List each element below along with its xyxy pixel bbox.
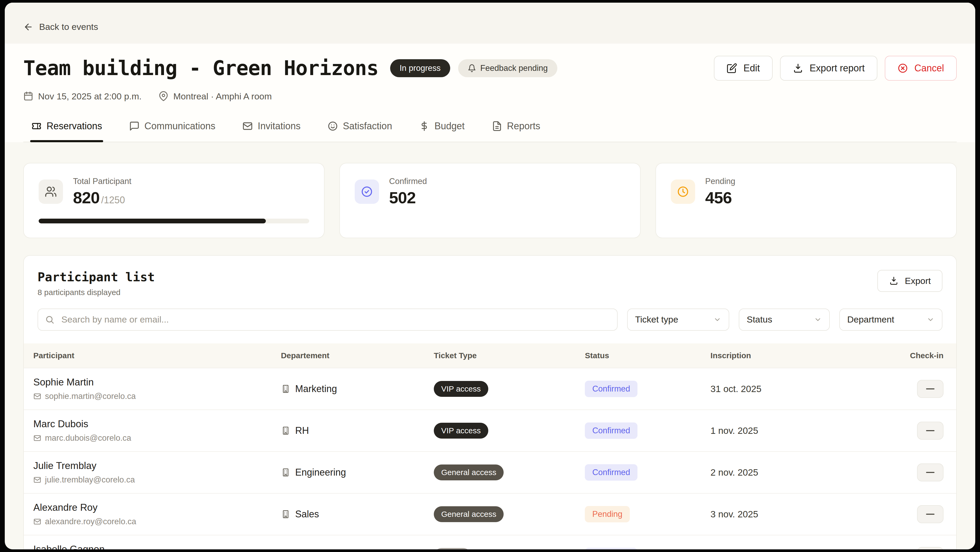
export-button[interactable]: Export: [877, 270, 942, 292]
event-header: Team building - Green Horizons In progre…: [5, 44, 975, 142]
department-filter[interactable]: Department: [839, 309, 942, 331]
stat-value: 502: [389, 188, 415, 207]
stat-card-confirmed: Confirmed 502: [339, 163, 641, 238]
stat-label: Total Participant: [73, 177, 132, 186]
department-value: Marketing: [295, 383, 337, 395]
bell-icon: [468, 64, 476, 73]
stat-card-pending: Pending 456: [655, 163, 957, 238]
cancel-label: Cancel: [915, 63, 944, 74]
export-report-label: Export report: [810, 63, 865, 74]
dollar-icon: [419, 121, 430, 132]
tab-label: Reservations: [46, 121, 102, 132]
col-department: Departement: [281, 351, 434, 360]
download-icon: [889, 276, 899, 286]
table-row: Julie Tremblay julie.tremblay@corelo.ca …: [24, 451, 956, 493]
minus-icon: [926, 514, 934, 515]
col-checkin: Check-in: [910, 351, 943, 360]
participant-name: Marc Dubois: [33, 419, 281, 430]
stat-label: Pending: [705, 177, 735, 186]
building-icon: [281, 509, 290, 519]
checkin-button[interactable]: [917, 463, 943, 481]
filter-label: Status: [747, 314, 772, 325]
x-circle-icon: [897, 63, 908, 73]
stat-total: /1250: [101, 195, 125, 206]
checkin-button[interactable]: [917, 422, 943, 439]
checkin-button[interactable]: [917, 505, 943, 523]
status-badge: Confirmed: [585, 381, 638, 397]
department-value: RH: [295, 425, 309, 436]
edit-pencil-icon: [727, 63, 737, 73]
tab-label: Reports: [507, 121, 540, 132]
table-header: Participant Departement Ticket Type Stat…: [24, 343, 956, 368]
capacity-progress-bar: [39, 219, 309, 224]
badges: In progress Feedback pending: [390, 59, 557, 77]
stat-value: 820: [73, 188, 99, 207]
checkin-button[interactable]: [917, 380, 943, 398]
minus-icon: [926, 472, 934, 473]
filter-label: Ticket type: [635, 314, 678, 325]
ticket-badge: VIP access: [434, 381, 488, 397]
inscription-date: 3 nov. 2025: [711, 509, 862, 519]
tab-budget[interactable]: Budget: [418, 121, 466, 142]
participant-email: alexandre.roy@corelo.ca: [45, 517, 136, 527]
stat-card-total: Total Participant 820 /1250: [23, 163, 325, 238]
participant-list-card: Participant list 8 participants displaye…: [23, 255, 957, 550]
map-pin-icon: [158, 91, 169, 101]
participant-list-title: Participant list: [38, 270, 155, 284]
app-window: Back to events Team building - Green Hor…: [5, 3, 975, 549]
participant-email: julie.tremblay@corelo.ca: [45, 475, 135, 485]
status-badge: Confirmed: [585, 422, 638, 439]
export-label: Export: [905, 276, 931, 286]
tab-communications[interactable]: Communications: [128, 121, 216, 142]
participant-name: Sophie Martin: [33, 377, 281, 388]
participant-name: Alexandre Roy: [33, 502, 281, 513]
tab-reservations[interactable]: Reservations: [30, 121, 103, 142]
edit-label: Edit: [743, 63, 760, 74]
tab-satisfaction[interactable]: Satisfaction: [326, 121, 393, 142]
export-report-button[interactable]: Export report: [780, 56, 877, 81]
department-value: Sales: [295, 509, 319, 520]
envelope-icon: [33, 476, 41, 484]
status-filter[interactable]: Status: [739, 309, 830, 331]
building-icon: [281, 468, 290, 477]
envelope-icon: [33, 392, 41, 400]
topbar: Back to events: [5, 3, 975, 44]
cancel-button[interactable]: Cancel: [885, 56, 957, 81]
check-circle-icon: [355, 179, 379, 204]
department-value: Engineering: [295, 467, 346, 478]
col-status: Status: [585, 351, 711, 360]
clock-icon: [671, 179, 695, 204]
search-input[interactable]: [38, 309, 617, 331]
chat-bubble-icon: [129, 121, 140, 132]
participant-name: Isabelle Gagnon: [33, 544, 281, 550]
back-to-events-link[interactable]: Back to events: [23, 22, 98, 32]
stat-cards: Total Participant 820 /1250 Confirmed: [23, 163, 957, 238]
envelope-icon: [242, 121, 253, 132]
tab-reports[interactable]: Reports: [491, 121, 541, 142]
ticket-type-filter[interactable]: Ticket type: [627, 309, 729, 331]
chevron-down-icon: [713, 316, 721, 324]
col-ticket-type: Ticket Type: [434, 351, 585, 360]
building-icon: [281, 426, 290, 435]
event-location-label: Montreal · Amphi A room: [173, 91, 272, 102]
search-box: [38, 309, 617, 331]
event-location: Montreal · Amphi A room: [158, 91, 272, 102]
ticket-badge: Virtual: [434, 548, 471, 550]
tab-invitations[interactable]: Invitations: [241, 121, 302, 142]
tab-bar: Reservations Communications Invitations …: [23, 121, 957, 142]
feedback-badge: Feedback pending: [458, 59, 557, 77]
stat-label: Confirmed: [389, 177, 427, 186]
status-badge: Pending: [585, 506, 630, 522]
participant-name: Julie Tremblay: [33, 460, 281, 471]
page-title: Team building - Green Horizons: [23, 56, 379, 80]
inscription-date: 1 nov. 2025: [711, 425, 862, 436]
table-row: Marc Dubois marc.dubois@corelo.ca RH VIP…: [24, 409, 956, 451]
edit-button[interactable]: Edit: [714, 56, 773, 81]
table-row: Sophie Martin sophie.martin@corelo.ca Ma…: [24, 368, 956, 409]
minus-icon: [926, 430, 934, 431]
envelope-icon: [33, 434, 41, 442]
event-meta: Nov 15, 2025 at 2:00 p.m. Montreal · Amp…: [23, 91, 957, 102]
ticket-badge: General access: [434, 506, 504, 522]
filter-label: Department: [847, 314, 894, 325]
checkin-button[interactable]: [917, 547, 943, 550]
